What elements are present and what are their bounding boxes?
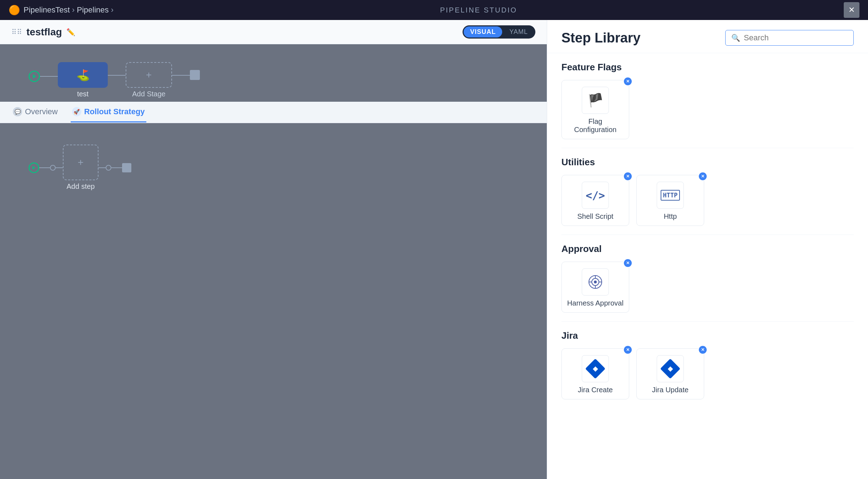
search-icon: 🔍: [731, 34, 740, 42]
pipeline-name: testflag: [26, 26, 62, 38]
category-utilities-title: Utilities: [561, 157, 854, 168]
harness-approval-icon-wrap: [582, 268, 609, 296]
step-badge: ✕: [698, 172, 707, 181]
http-label: Http: [664, 212, 677, 221]
http-icon-wrap: HTTP: [657, 182, 684, 209]
svg-point-2: [594, 281, 597, 283]
close-button[interactable]: ✕: [844, 2, 859, 18]
category-approval: Approval ✕: [547, 235, 868, 321]
http-icon: HTTP: [661, 190, 680, 201]
view-toggle: VISUAL YAML: [463, 25, 535, 39]
jira-create-label: Jira Create: [578, 386, 613, 394]
add-step-box[interactable]: +: [63, 145, 99, 180]
category-jira-title: Jira: [561, 330, 854, 341]
step-library-title: Step Library: [561, 30, 641, 46]
stage-test[interactable]: ⛳ test: [58, 62, 108, 98]
step-dot-left: [50, 165, 56, 171]
step-end-node: [122, 163, 131, 172]
step-card-jira-create[interactable]: ✕ ◆ Jira Create: [561, 348, 629, 399]
start-node: [29, 71, 40, 82]
add-step-label: Add step: [67, 182, 95, 191]
end-node: [190, 70, 200, 80]
tab-rollout-strategy[interactable]: 🚀 Rollout Strategy: [71, 102, 146, 122]
step-card-http[interactable]: ✕ HTTP Http: [636, 175, 704, 226]
shell-script-label: Shell Script: [577, 212, 613, 221]
step-card-harness-approval[interactable]: ✕ Harness Approval: [561, 262, 629, 313]
search-input[interactable]: [744, 33, 848, 42]
jira-update-icon-wrap: ◆: [657, 355, 684, 382]
step-badge: ✕: [623, 258, 632, 268]
category-utilities: Utilities ✕ </> Shell Script ✕: [547, 148, 868, 235]
shell-script-icon-wrap: </>: [582, 182, 609, 209]
brand-icon: 🟠: [9, 5, 20, 16]
breadcrumb: PipelinesTest › Pipelines ›: [24, 5, 113, 15]
step-library-panel: Step Library 🔍 Feature Flags ✕ 🏴 Flag Co…: [547, 20, 868, 479]
tab-overview[interactable]: 💬 Overview: [11, 102, 59, 122]
jira-create-icon: ◆: [585, 359, 606, 379]
step-badge: ✕: [623, 345, 632, 354]
flag-icon: 🏴: [587, 93, 604, 108]
code-icon: </>: [586, 189, 605, 202]
step-card-flag-configuration[interactable]: ✕ 🏴 Flag Configuration: [561, 80, 629, 139]
step-badge: ✕: [698, 345, 707, 354]
stage-test-label: test: [77, 90, 89, 98]
edit-icon[interactable]: ✏️: [66, 28, 75, 36]
category-feature-flags-title: Feature Flags: [561, 62, 854, 73]
jira-create-icon-wrap: ◆: [582, 355, 609, 382]
harness-icon: [587, 274, 603, 290]
flag-configuration-icon-wrap: 🏴: [582, 87, 609, 114]
add-step-wrapper: + Add step: [63, 145, 99, 191]
step-badge: ✕: [623, 172, 632, 181]
search-box: 🔍: [725, 30, 854, 46]
pipeline-icon: ⠿⠿: [11, 28, 22, 36]
category-approval-title: Approval: [561, 243, 854, 254]
pipeline-studio-label: PIPELINE STUDIO: [440, 6, 517, 14]
add-stage-label: Add Stage: [132, 90, 165, 98]
yaml-view-button[interactable]: YAML: [503, 26, 534, 37]
add-stage-node[interactable]: + Add Stage: [126, 62, 172, 98]
step-card-jira-update[interactable]: ✕ ◆ Jira Update: [636, 348, 704, 399]
harness-approval-label: Harness Approval: [567, 299, 624, 307]
tab-rollout-label: Rollout Strategy: [84, 107, 145, 116]
step-card-shell-script[interactable]: ✕ </> Shell Script: [561, 175, 629, 226]
step-badge: ✕: [623, 77, 632, 86]
jira-update-label: Jira Update: [652, 386, 688, 394]
category-feature-flags: Feature Flags ✕ 🏴 Flag Configuration: [547, 53, 868, 148]
step-dot-right: [106, 165, 111, 171]
flag-configuration-label: Flag Configuration: [567, 117, 624, 134]
step-start-node: [29, 162, 39, 173]
visual-view-button[interactable]: VISUAL: [464, 26, 502, 37]
jira-update-icon: ◆: [660, 359, 681, 379]
tab-overview-label: Overview: [25, 107, 58, 116]
category-jira: Jira ✕ ◆ Jira Create: [547, 322, 868, 408]
